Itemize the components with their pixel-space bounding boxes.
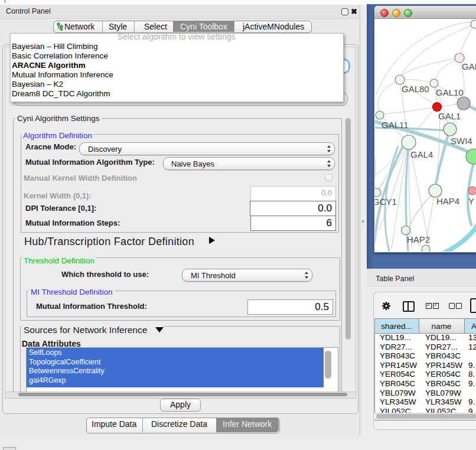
svg-text:GAL1: GAL1 [438, 111, 461, 121]
svg-text:HAP2: HAP2 [407, 234, 430, 244]
svg-text:GAL80: GAL80 [402, 84, 429, 94]
svg-text:GAL4: GAL4 [410, 149, 433, 159]
svg-text:GCY1: GCY1 [375, 197, 397, 207]
svg-text:HAP4: HAP4 [436, 196, 459, 206]
svg-text:SWI4: SWI4 [451, 136, 472, 146]
svg-text:GAL10: GAL10 [436, 87, 464, 97]
svg-text:Y: Y [468, 196, 474, 206]
svg-text:GAL11: GAL11 [382, 120, 409, 130]
svg-text:GAL2: GAL2 [462, 61, 476, 71]
